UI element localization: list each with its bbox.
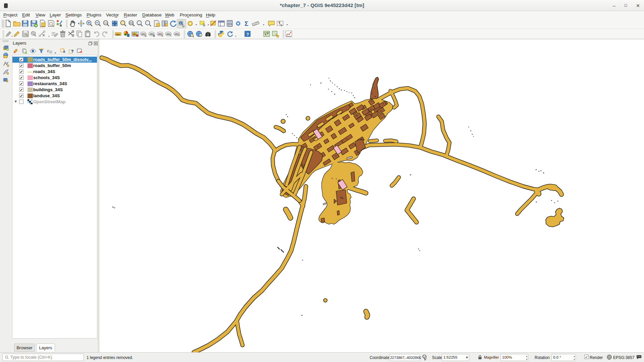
svg-text:ε: ε — [47, 49, 49, 53]
